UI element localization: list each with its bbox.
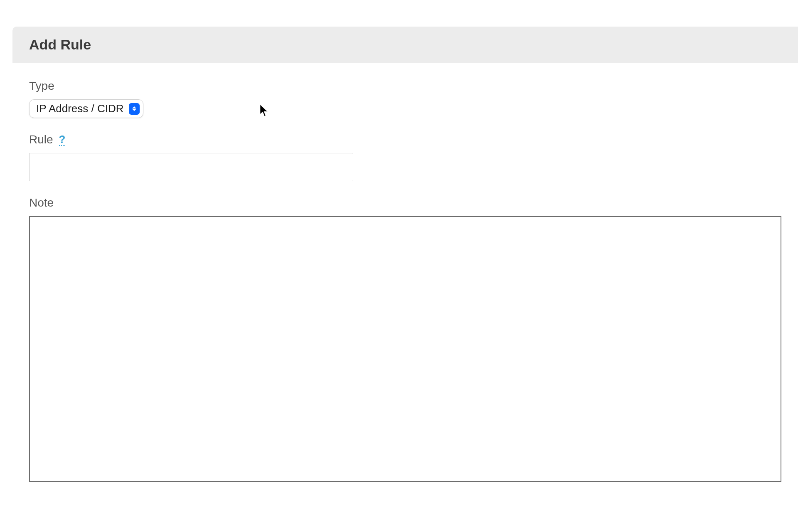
rule-label-row: Rule ? [29, 133, 781, 146]
note-label: Note [29, 196, 54, 209]
type-select-value: IP Address / CIDR [36, 102, 124, 115]
panel-body: Type IP Address / CIDR Rule ? Note [12, 63, 798, 500]
field-group-note: Note [29, 196, 781, 484]
field-group-type: Type IP Address / CIDR [29, 79, 781, 118]
type-label: Type [29, 79, 54, 93]
note-textarea[interactable] [29, 216, 781, 482]
rule-input[interactable] [29, 153, 353, 181]
help-icon[interactable]: ? [59, 134, 66, 146]
rule-label: Rule [29, 133, 53, 146]
note-label-row: Note [29, 196, 781, 209]
type-select[interactable]: IP Address / CIDR [29, 99, 143, 118]
chevron-up-down-icon [129, 103, 140, 115]
panel-title: Add Rule [29, 37, 781, 53]
field-group-rule: Rule ? [29, 133, 781, 181]
add-rule-panel: Add Rule Type IP Address / CIDR Rule ? [12, 27, 798, 500]
panel-header: Add Rule [12, 27, 798, 63]
type-label-row: Type [29, 79, 781, 93]
